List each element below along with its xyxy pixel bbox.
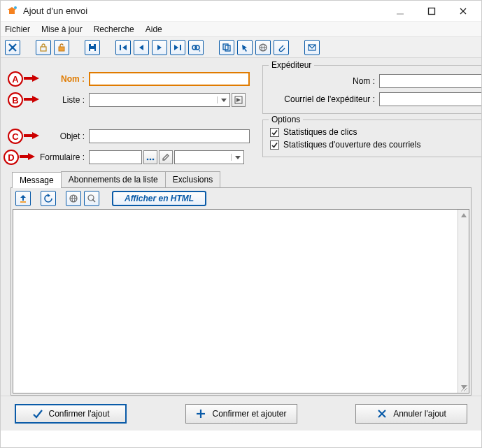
window-title: Ajout d'un envoi [23,6,384,16]
app-icon [6,6,17,17]
copy-icon-button[interactable] [219,40,234,55]
menu-update[interactable]: Mise à jour [41,24,83,34]
plus-icon [195,408,206,419]
tab-abonnements[interactable]: Abonnements de la liste [61,171,166,187]
cancel-icon-button[interactable] [5,40,20,55]
formulaire-browse-button[interactable] [143,150,157,164]
annotation-c: C [8,129,23,144]
unlock-icon-button[interactable] [54,40,69,55]
svg-rect-13 [120,45,121,50]
scroll-up-icon[interactable] [458,210,469,221]
options-fieldset: Options Statistiques de clics Statistiqu… [262,120,482,157]
import-icon-button[interactable] [15,191,31,206]
menu-file[interactable]: Fichier [5,24,30,34]
nav-last-icon-button[interactable] [170,40,185,55]
select-icon-button[interactable] [237,40,253,55]
tab-panel-message: Afficher en HTML [10,187,472,396]
resize-grip-icon [460,384,468,392]
menu-search[interactable]: Recherche [94,24,134,34]
expediteur-courriel-input[interactable] [379,92,482,106]
refresh-icon-button[interactable] [41,191,56,206]
liste-label: Liste : [40,95,85,105]
formulaire-label: Formulaire : [36,152,85,162]
stats-ouverture-checkbox[interactable]: Statistiques d'ouverture des courriels [270,140,482,150]
attachment-icon-button[interactable] [274,40,289,55]
svg-rect-18 [180,45,181,50]
svg-rect-40 [20,201,26,203]
formulaire-input[interactable] [89,150,142,164]
save-icon-button[interactable] [85,40,100,55]
menu-help[interactable]: Aide [146,24,162,34]
footer: Confirmer l'ajout Confirmer et ajouter A… [1,396,481,431]
nav-first-icon-button[interactable] [115,40,131,55]
svg-point-36 [150,159,152,161]
formulaire-combo[interactable] [174,150,244,164]
svg-point-37 [153,159,155,161]
message-toolbar: Afficher en HTML [11,188,471,209]
svg-marker-34 [20,153,35,160]
expediteur-courriel-label: Courriel de l'expéditeur : [270,94,375,104]
svg-line-50 [467,391,467,391]
stats-clics-checkbox[interactable]: Statistiques de clics [270,127,482,137]
objet-input[interactable] [89,129,250,143]
nom-label: Nom : [40,74,85,84]
arrow-right-icon [24,74,39,85]
svg-rect-9 [59,47,64,51]
close-icon [376,408,388,419]
svg-marker-15 [139,45,143,50]
svg-marker-32 [236,98,241,102]
minimize-button[interactable] [384,1,416,21]
content-area: A Nom : B Liste : C Objet : [1,58,481,396]
svg-point-35 [147,159,149,161]
expediteur-nom-label: Nom : [270,76,375,86]
liste-more-button[interactable] [232,93,246,107]
arrow-right-icon [24,131,39,142]
chevron-down-icon [217,96,229,103]
globe-small-icon-button[interactable] [66,191,81,206]
objet-label: Objet : [40,131,85,141]
liste-combo[interactable] [89,93,230,107]
expediteur-legend: Expéditeur [269,60,314,70]
expediteur-nom-input[interactable] [379,74,482,88]
maximize-button[interactable] [416,1,447,21]
nom-input[interactable] [89,72,250,86]
options-legend: Options [269,115,303,124]
checkbox-icon [270,140,279,150]
stats-clics-label: Statistiques de clics [283,127,357,137]
arrow-right-icon [24,95,39,106]
svg-line-48 [461,385,467,391]
svg-marker-46 [461,213,467,217]
svg-rect-3 [428,8,434,14]
svg-point-20 [195,45,199,50]
window-controls [384,1,479,21]
nav-prev-icon-button[interactable] [134,40,149,55]
globe-edit-icon-button[interactable] [84,191,99,206]
chevron-down-icon [231,154,243,161]
mail-icon-button[interactable] [304,40,320,55]
stats-ouverture-label: Statistiques d'ouverture des courriels [283,140,420,150]
expediteur-fieldset: Expéditeur Nom : Courriel de l'expéditeu… [262,65,482,114]
link-icon-button[interactable] [188,40,204,55]
lock-icon-button[interactable] [36,40,51,55]
message-editor[interactable] [13,209,469,393]
formulaire-edit-button[interactable] [159,150,173,164]
toolbar [1,37,481,58]
svg-marker-28 [24,75,39,82]
scrollbar-vertical[interactable] [458,210,469,393]
menubar: Fichier Mise à jour Recherche Aide [1,22,481,37]
arrow-right-icon [20,152,35,163]
confirm-button[interactable]: Confirmer l'ajout [15,404,127,424]
svg-marker-33 [24,132,39,139]
nav-next-icon-button[interactable] [152,40,167,55]
svg-marker-41 [48,194,50,197]
tab-message[interactable]: Message [12,172,62,188]
tab-exclusions[interactable]: Exclusions [165,171,220,187]
annotation-a: A [8,71,23,87]
close-button[interactable] [447,1,479,21]
globe-icon-button[interactable] [255,40,271,55]
main-form: A Nom : B Liste : C Objet : [10,65,250,167]
svg-marker-30 [221,99,227,102]
cancel-button[interactable]: Annuler l'ajout [355,404,467,424]
afficher-html-button[interactable]: Afficher en HTML [112,191,206,206]
confirm-and-add-button[interactable]: Confirmer et ajouter [185,404,297,424]
